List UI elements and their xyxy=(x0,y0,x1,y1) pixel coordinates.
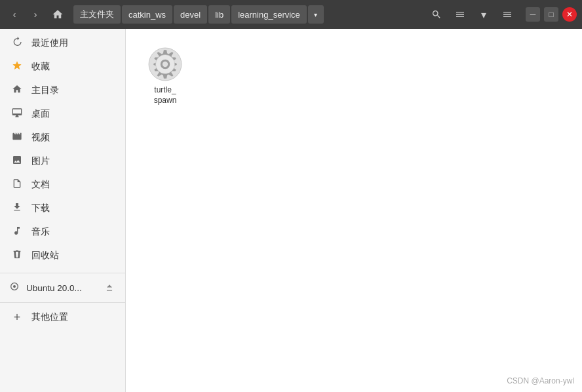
pictures-icon xyxy=(10,155,24,168)
sidebar-label-home: 主目录 xyxy=(31,85,59,96)
minimize-button[interactable]: ─ xyxy=(526,7,540,22)
breadcrumb-home[interactable]: 主文件夹 xyxy=(73,5,121,24)
sidebar-item-recent[interactable]: 最近使用 xyxy=(0,31,125,55)
menu-button[interactable] xyxy=(497,4,518,25)
recent-icon xyxy=(10,37,24,50)
gear-icon xyxy=(148,47,182,81)
sidebar-label-documents: 文档 xyxy=(31,179,50,191)
eject-button[interactable] xyxy=(102,280,117,296)
videos-icon xyxy=(10,131,24,144)
file-item-turtle-spawn[interactable]: turtle_spawn xyxy=(139,42,191,111)
sidebar-item-videos[interactable]: 视频 xyxy=(0,126,125,149)
view-toggle-button[interactable] xyxy=(450,4,471,25)
sidebar-main-section: 最近使用 收藏 主目录 xyxy=(0,29,125,270)
music-icon xyxy=(10,225,24,239)
breadcrumb-devel[interactable]: devel xyxy=(174,5,207,24)
titlebar-actions: ▾ xyxy=(426,4,518,25)
sidebar-divider-1 xyxy=(0,273,125,273)
gear-hole xyxy=(163,62,168,67)
sidebar-item-favorites[interactable]: 收藏 xyxy=(0,55,125,79)
sidebar-label-music: 音乐 xyxy=(31,226,50,238)
back-button[interactable]: ‹ xyxy=(5,5,24,24)
breadcrumb-area: 主文件夹 catkin_ws devel lib learning_servic… xyxy=(73,5,423,24)
sort-button[interactable]: ▾ xyxy=(473,4,494,25)
watermark: CSDN @Aaron-ywl xyxy=(507,376,574,385)
documents-icon xyxy=(10,178,24,191)
sidebar-device-label: Ubuntu 20.0... xyxy=(26,283,82,293)
sidebar-label-trash: 回收站 xyxy=(31,250,59,262)
file-label-turtle-spawn: turtle_spawn xyxy=(154,85,177,106)
sidebar-item-desktop[interactable]: 桌面 xyxy=(0,102,125,126)
sidebar-device-ubuntu[interactable]: Ubuntu 20.0... xyxy=(0,276,125,300)
close-button[interactable]: ✕ xyxy=(562,7,577,22)
breadcrumb-catkin[interactable]: catkin_ws xyxy=(122,5,172,24)
sidebar-label-videos: 视频 xyxy=(31,132,50,144)
home-button[interactable] xyxy=(47,4,68,25)
sidebar-item-home[interactable]: 主目录 xyxy=(0,79,125,102)
sidebar-item-downloads[interactable]: 下载 xyxy=(0,197,125,220)
svg-point-1 xyxy=(13,285,16,288)
content-area: turtle_spawn CSDN @Aaron-ywl xyxy=(126,29,582,392)
sidebar-label-favorites: 收藏 xyxy=(31,61,50,73)
window-controls: ─ □ ✕ xyxy=(526,7,577,22)
trash-icon xyxy=(10,249,24,262)
home-dir-icon xyxy=(10,84,24,97)
forward-button[interactable]: › xyxy=(26,5,45,24)
sidebar-label-recent: 最近使用 xyxy=(31,37,68,49)
desktop-icon xyxy=(10,108,24,121)
sidebar-divider-2 xyxy=(0,302,125,303)
sidebar: 最近使用 收藏 主目录 xyxy=(0,29,126,392)
other-locations-icon: + xyxy=(10,311,24,324)
titlebar: ‹ › 主文件夹 catkin_ws devel lib learning_se… xyxy=(0,0,582,29)
sidebar-label-desktop: 桌面 xyxy=(31,108,50,120)
breadcrumb-dropdown[interactable]: ▾ xyxy=(308,5,324,24)
file-icon-wrapper xyxy=(148,47,182,81)
main-layout: 最近使用 收藏 主目录 xyxy=(0,29,582,392)
drive-icon xyxy=(8,281,21,294)
file-grid: turtle_spawn xyxy=(139,42,569,111)
breadcrumb-learning-service[interactable]: learning_service xyxy=(231,5,307,24)
sidebar-item-music[interactable]: 音乐 xyxy=(0,220,125,244)
breadcrumb-lib[interactable]: lib xyxy=(208,5,230,24)
downloads-icon xyxy=(10,202,24,215)
sidebar-item-documents[interactable]: 文档 xyxy=(0,173,125,197)
maximize-button[interactable]: □ xyxy=(544,7,558,22)
sidebar-item-pictures[interactable]: 图片 xyxy=(0,149,125,173)
sidebar-label-other: 其他位置 xyxy=(31,311,68,323)
sidebar-item-other-locations[interactable]: + 其他位置 xyxy=(0,305,125,329)
search-button[interactable] xyxy=(426,4,447,25)
sidebar-label-pictures: 图片 xyxy=(31,155,50,167)
favorites-icon xyxy=(10,60,24,73)
sidebar-label-downloads: 下载 xyxy=(31,203,50,214)
sidebar-item-trash[interactable]: 回收站 xyxy=(0,244,125,267)
